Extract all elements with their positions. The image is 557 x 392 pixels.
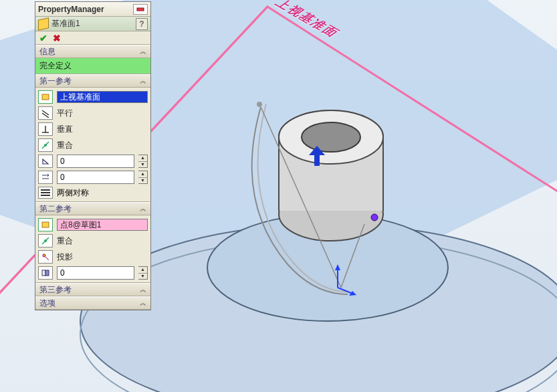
coincident-label: 重合 (57, 235, 148, 247)
section-ref2-body: 点8@草图1 重合 投影 0 ▲▼ (35, 215, 150, 283)
offset-input[interactable]: 0 (57, 171, 134, 184)
offset-spinner[interactable]: ▲▼ (138, 171, 148, 184)
section-info-header[interactable]: 信息 ︽ (35, 45, 150, 58)
section-ref1-title: 第一参考 (39, 76, 72, 87)
perpendicular-label: 垂直 (57, 124, 148, 135)
coincident-label: 重合 (57, 140, 148, 151)
section-ref3-header[interactable]: 第三参考 ︽ (35, 283, 150, 296)
section-ref1-body: 上视基准面 平行 垂直 重合 0 ▲▼ (35, 88, 150, 202)
section-info-title: 信息 (39, 46, 55, 58)
section-ref2-header[interactable]: 第二参考 ︽ (35, 202, 150, 215)
face-select-icon[interactable] (38, 218, 53, 231)
chevron-up-icon: ︽ (140, 47, 146, 56)
offset-icon[interactable] (38, 171, 53, 184)
ok-cancel-bar: ✔ ✖ (35, 31, 150, 45)
project-icon[interactable] (38, 250, 53, 264)
plane-feature-icon (38, 17, 49, 30)
ref2-selection[interactable]: 点8@草图1 (57, 219, 148, 231)
pm-title: PropertyManager (38, 5, 133, 14)
svg-point-14 (371, 214, 378, 221)
svg-line-30 (45, 257, 49, 260)
svg-rect-32 (45, 270, 49, 276)
feature-name: 基准面1 (51, 18, 133, 29)
ok-button[interactable]: ✔ (39, 33, 47, 43)
angle-input[interactable]: 0 (57, 155, 134, 168)
sym-check[interactable] (38, 187, 53, 199)
sym-label: 两侧对称 (57, 187, 89, 199)
perpendicular-icon[interactable] (38, 122, 53, 136)
parallel-icon[interactable] (38, 106, 53, 120)
ref1-selection[interactable]: 上视基准面 (57, 91, 148, 103)
svg-point-28 (44, 239, 47, 242)
face-select-icon[interactable] (38, 90, 53, 104)
property-manager-panel: PropertyManager 基准面1 ? ✔ ✖ 信息 ︽ 完全定义 第一参… (35, 1, 151, 310)
flip-icon[interactable] (38, 266, 53, 280)
ref2-offset-spinner[interactable]: ▲▼ (138, 266, 148, 280)
section-options-title: 选项 (39, 298, 55, 309)
svg-point-15 (257, 102, 262, 107)
help-button[interactable]: ? (136, 18, 148, 30)
project-label: 投影 (57, 252, 148, 263)
pin-button[interactable] (133, 4, 148, 15)
cancel-button[interactable]: ✖ (53, 33, 61, 43)
ref2-offset-input[interactable]: 0 (57, 266, 134, 280)
coincident-icon[interactable] (38, 138, 53, 152)
pm-header: PropertyManager (35, 2, 150, 17)
section-ref3-title: 第三参考 (39, 284, 72, 296)
svg-rect-31 (42, 270, 45, 276)
svg-rect-26 (42, 222, 49, 227)
svg-point-29 (43, 254, 45, 257)
section-ref2-title: 第二参考 (39, 203, 72, 215)
feature-name-bar: 基准面1 ? (35, 17, 150, 31)
chevron-up-icon: ︽ (140, 285, 146, 294)
parallel-label: 平行 (57, 108, 148, 119)
angle-spinner[interactable]: ▲▼ (138, 155, 148, 168)
chevron-up-icon: ︽ (140, 204, 146, 213)
angle-icon[interactable] (38, 155, 53, 168)
svg-rect-16 (137, 8, 144, 11)
section-options-header[interactable]: 选项 ︽ (35, 296, 150, 310)
svg-point-23 (44, 144, 47, 146)
svg-point-6 (302, 122, 360, 152)
coincident-icon[interactable] (38, 234, 53, 248)
chevron-up-icon: ︽ (140, 76, 146, 86)
definition-status: 完全定义 (35, 58, 150, 74)
svg-rect-17 (42, 94, 49, 100)
chevron-up-icon: ︽ (140, 298, 146, 308)
section-ref1-header[interactable]: 第一参考 ︽ (35, 74, 150, 88)
